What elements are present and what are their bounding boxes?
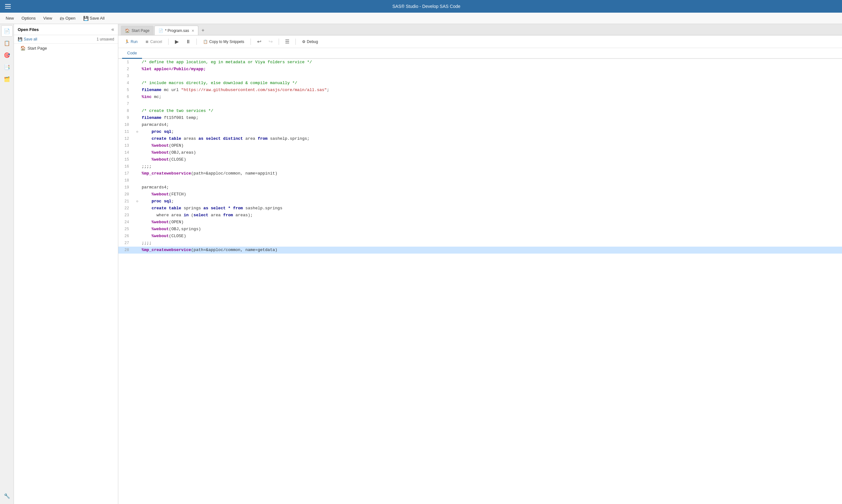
table-row: 15 %webout(CLOSE) bbox=[118, 156, 842, 163]
code-content[interactable]: /* include macros directly, else downloa… bbox=[140, 80, 842, 87]
code-content[interactable]: %webout(OPEN) bbox=[140, 219, 842, 226]
line-number: 7 bbox=[118, 101, 134, 108]
menu-view[interactable]: View bbox=[40, 15, 55, 22]
table-row: 12 create table areas as select distinct… bbox=[118, 135, 842, 142]
line-number: 1 bbox=[118, 59, 134, 66]
table-row: 24 %webout(OPEN) bbox=[118, 219, 842, 226]
table-row: 7 bbox=[118, 101, 842, 108]
code-content[interactable]: /* define the app location, eg in metada… bbox=[140, 59, 842, 66]
code-content[interactable]: filename mc url "https://raw.githubuserc… bbox=[140, 87, 842, 94]
submit-icon-button[interactable]: ▶ bbox=[173, 37, 181, 46]
tab-program-icon: 📄 bbox=[159, 29, 163, 33]
code-content[interactable]: proc sql; bbox=[140, 128, 842, 135]
code-tab-code[interactable]: Code bbox=[122, 48, 142, 59]
save-all-button[interactable]: 💾 Save all bbox=[18, 37, 37, 41]
code-tabs: Code bbox=[118, 48, 842, 59]
line-number: 23 bbox=[118, 212, 134, 219]
line-number: 4 bbox=[118, 80, 134, 87]
table-row: 26 %webout(CLOSE) bbox=[118, 233, 842, 240]
tab-start-page-icon: 🏠 bbox=[125, 29, 130, 33]
line-number: 8 bbox=[118, 108, 134, 114]
code-editor[interactable]: 1/* define the app location, eg in metad… bbox=[118, 59, 842, 504]
fold-indicator[interactable]: ⊖ bbox=[134, 128, 140, 135]
fold-indicator[interactable]: ⊖ bbox=[134, 198, 140, 205]
code-content[interactable]: %mp_createwebservice(path=&apploc/common… bbox=[140, 247, 842, 254]
code-content[interactable]: %webout(OBJ,areas) bbox=[140, 149, 842, 156]
toolbar-sep-5 bbox=[295, 39, 296, 45]
start-page-icon: 🏠 bbox=[20, 46, 25, 51]
tab-start-page[interactable]: 🏠 Start Page bbox=[121, 25, 154, 35]
format-icon: ☰ bbox=[285, 39, 289, 44]
menu-open[interactable]: 🗁 Open bbox=[57, 15, 79, 22]
line-number: 6 bbox=[118, 94, 134, 101]
copy-snippets-button[interactable]: 📋 Copy to My Snippets bbox=[200, 38, 247, 45]
code-content[interactable]: where area in (select area from areas); bbox=[140, 212, 842, 219]
code-content[interactable]: ;;;; bbox=[140, 163, 842, 170]
line-number: 18 bbox=[118, 177, 134, 184]
toolbar-sep-2 bbox=[196, 39, 197, 45]
code-content[interactable]: %webout(FETCH) bbox=[140, 191, 842, 198]
sidebar-icon-files[interactable]: 📄 bbox=[1, 25, 13, 37]
undo-button[interactable]: ↩ bbox=[255, 37, 264, 46]
toolbar-sep-1 bbox=[168, 39, 168, 45]
debug-button[interactable]: ⚙ Debug bbox=[300, 38, 320, 45]
save-all-icon: 💾 bbox=[83, 16, 89, 21]
menu-save-all[interactable]: 💾 Save All bbox=[80, 15, 108, 22]
code-content[interactable]: %webout(OPEN) bbox=[140, 142, 842, 149]
code-content[interactable]: ;;;; bbox=[140, 240, 842, 247]
save-all-row: 💾 Save all 1 unsaved bbox=[14, 35, 118, 43]
sidebar-icon-target[interactable]: 🎯 bbox=[1, 49, 13, 61]
menu-new[interactable]: New bbox=[2, 15, 17, 22]
line-number: 11 bbox=[118, 128, 134, 135]
hamburger-menu[interactable] bbox=[5, 4, 11, 8]
interrupt-icon-button[interactable]: ⏸ bbox=[184, 37, 193, 46]
line-number: 27 bbox=[118, 240, 134, 247]
line-number: 15 bbox=[118, 156, 134, 163]
sidebar-icon-libraries[interactable]: 🗂️ bbox=[1, 73, 13, 85]
undo-icon: ↩ bbox=[257, 39, 261, 44]
menu-options[interactable]: Options bbox=[18, 15, 39, 22]
table-row: 2%let apploc=/Public/myapp; bbox=[118, 66, 842, 73]
code-content[interactable]: %webout(CLOSE) bbox=[140, 156, 842, 163]
code-content[interactable]: proc sql; bbox=[140, 198, 842, 205]
format-button[interactable]: ☰ bbox=[283, 37, 292, 46]
run-button[interactable]: 🏃 Run bbox=[122, 38, 140, 45]
table-row: 22 create table springs as select * from… bbox=[118, 205, 842, 212]
line-number: 22 bbox=[118, 205, 134, 212]
sidebar-icon-snippets[interactable]: 📋 bbox=[1, 37, 13, 49]
line-number: 17 bbox=[118, 170, 134, 177]
tab-add-button[interactable]: + bbox=[199, 25, 207, 35]
line-number: 21 bbox=[118, 198, 134, 205]
main-content: 📄 📋 🎯 📑 🗂️ 🔧 Open Files « 💾 Save all bbox=[0, 24, 842, 504]
redo-button[interactable]: ↪ bbox=[266, 37, 275, 46]
icon-sidebar: 📄 📋 🎯 📑 🗂️ 🔧 bbox=[0, 24, 14, 504]
snippets-icon: 📋 bbox=[4, 40, 10, 46]
line-number: 5 bbox=[118, 87, 134, 94]
interrupt-icon: ⏸ bbox=[186, 39, 191, 44]
code-content[interactable]: filename ft15f001 temp; bbox=[140, 114, 842, 122]
cancel-button[interactable]: ⏹ Cancel bbox=[143, 38, 164, 45]
file-item-start-page[interactable]: 🏠 Start Page bbox=[14, 43, 118, 53]
run-icon: 🏃 bbox=[125, 39, 129, 44]
code-content[interactable]: create table areas as select distinct ar… bbox=[140, 135, 842, 142]
code-content[interactable]: %mp_createwebservice(path=&apploc/common… bbox=[140, 170, 842, 177]
line-number: 12 bbox=[118, 135, 134, 142]
tab-program-sas[interactable]: 📄 * Program.sas × bbox=[154, 25, 198, 35]
code-content[interactable]: parmcards4; bbox=[140, 184, 842, 191]
code-content[interactable]: %webout(OBJ,springs) bbox=[140, 226, 842, 233]
collapse-panel-button[interactable]: « bbox=[111, 26, 114, 32]
code-content[interactable]: %inc mc; bbox=[140, 94, 842, 101]
table-row: 3 bbox=[118, 73, 842, 80]
code-content[interactable]: %let apploc=/Public/myapp; bbox=[140, 66, 842, 73]
sidebar-icon-wrench[interactable]: 🔧 bbox=[1, 490, 13, 502]
code-content[interactable]: create table springs as select * from sa… bbox=[140, 205, 842, 212]
table-row: 27;;;; bbox=[118, 240, 842, 247]
table-row: 5filename mc url "https://raw.githubuser… bbox=[118, 87, 842, 94]
table-row: 1/* define the app location, eg in metad… bbox=[118, 59, 842, 66]
code-content[interactable]: parmcards4; bbox=[140, 122, 842, 128]
code-content[interactable]: %webout(CLOSE) bbox=[140, 233, 842, 240]
tab-close-button[interactable]: × bbox=[192, 28, 194, 33]
code-content[interactable]: /* create the two services */ bbox=[140, 108, 842, 114]
toolbar: 🏃 Run ⏹ Cancel ▶ ⏸ 📋 Copy to My Snippets… bbox=[118, 35, 842, 48]
sidebar-icon-history[interactable]: 📑 bbox=[1, 61, 13, 73]
